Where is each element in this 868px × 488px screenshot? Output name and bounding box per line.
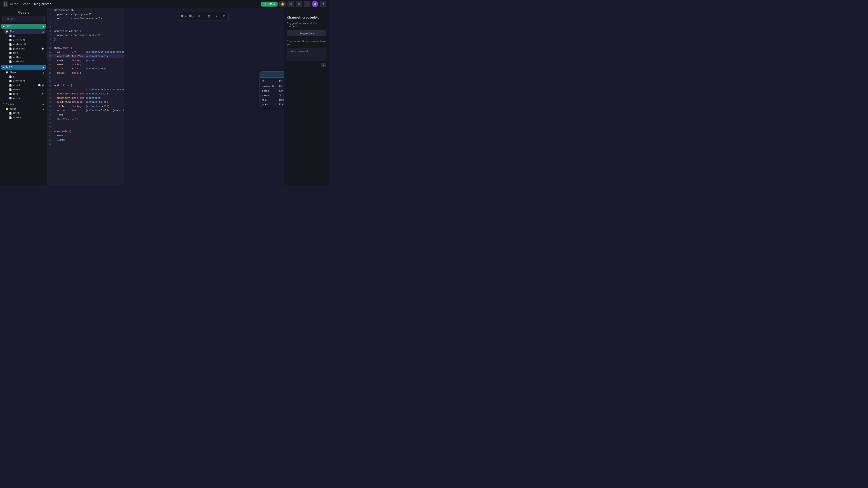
code-line-17: 17} [47, 75, 124, 79]
breadcrumb: Acme / Static / blog.prisma [10, 2, 51, 6]
code-line-3: 3 url = env("DATABASE_URL") [47, 17, 124, 21]
sidebar-item-updatedat[interactable]: 📄 updatedAt [4, 42, 46, 46]
code-line-14: 14 name String? [47, 63, 124, 67]
file-icon-u2: 📄 [9, 80, 12, 82]
code-line-4: 4} [47, 21, 124, 25]
code-editor[interactable]: 1datasource db { 2 provider = "postgresq… [47, 8, 124, 185]
group-label-notag: No tag [5, 102, 42, 105]
code-line-7: 7 provider = "prisma-client-js" [47, 33, 124, 37]
group-label-post: Post [6, 25, 42, 28]
app-icon[interactable] [3, 1, 8, 7]
comment-icon-published: 💬 [41, 47, 44, 50]
code-line-5: 5 [47, 25, 124, 29]
chevron-folder-post: ▲ [42, 30, 44, 33]
breadcrumb-acme[interactable]: Acme [10, 2, 18, 6]
code-line-25: 25 author User? @relation(fields: [autho… [47, 108, 124, 113]
folder-icon-role: 📁 [5, 107, 8, 110]
code-line-12: 12 createdAt DateTime @default(now()) [47, 54, 124, 59]
sidebar-group-header-notag[interactable]: • No tag ▲ [1, 101, 46, 106]
folder-header-user[interactable]: 📁 User ▲ [4, 70, 46, 74]
code-line-8: 8} [47, 37, 124, 42]
zoom-in-button[interactable]: 🔍+ [180, 13, 187, 20]
folder-header-post[interactable]: 📁 Post ▲ [4, 29, 46, 34]
back-icon: ‹ [287, 11, 288, 14]
chevron-down-icon[interactable]: ▼ [320, 1, 327, 7]
sidebar-item-user-name[interactable]: 📄 name [4, 88, 46, 92]
chevron-notag: ▲ [42, 103, 44, 105]
user-row-name[interactable]: name String? [260, 93, 284, 98]
share-button[interactable]: Share [261, 2, 278, 6]
link-icon-email: 🔗 [41, 84, 44, 87]
code-line-33: 33} [47, 142, 124, 146]
svg-point-6 [265, 4, 266, 5]
code-line-9: 9 [47, 41, 124, 46]
suggest-key-button[interactable]: Suggest Key [287, 31, 327, 36]
settings-icon[interactable]: ⚙ [296, 1, 302, 7]
user-row-email[interactable]: email String @unique 💬 🔗 [260, 89, 284, 93]
copy-button[interactable]: ⧉ [221, 13, 228, 20]
sidebar-item-user-id[interactable]: 📄 id [4, 74, 46, 79]
zoom-out-button[interactable]: 🔍- [188, 13, 195, 20]
svg-rect-1 [6, 2, 7, 4]
file-icon-r1: 📄 [9, 112, 12, 115]
folder-header-role[interactable]: 📁 Role ▲ [4, 107, 46, 111]
sidebar-item-user-posts[interactable]: 📄 posts [4, 96, 46, 100]
send-comment-button[interactable]: ➤ [321, 63, 327, 67]
code-line-10: 10model User { [47, 46, 124, 50]
chevron-folder-role: ▲ [42, 108, 44, 110]
code-line-2: 2 provider = "postgresql" [47, 12, 124, 17]
user-table[interactable]: User id Int @id @default(autoincrement()… [259, 71, 284, 107]
bell-icon[interactable]: 🔔 [279, 1, 286, 7]
file-icon-u1: 📄 [9, 75, 12, 78]
code-line-27: 27 authorId Int? [47, 117, 124, 121]
user-row-posts[interactable]: posts Post[] [260, 102, 284, 107]
svg-line-8 [265, 4, 265, 4]
file-icon-7: 📄 [9, 60, 12, 63]
code-line-26: 26 [id]) [47, 113, 124, 117]
sidebar-item-id[interactable]: 📄 id [4, 34, 46, 38]
chevron-folder-user: ▲ [42, 71, 44, 74]
sidebar-item-authorid[interactable]: 📄 authorId [4, 59, 46, 64]
layout-button[interactable]: ⊞ [206, 13, 212, 20]
sidebar-item-title[interactable]: 📄 title [4, 51, 46, 55]
file-icon: 📄 [9, 35, 12, 37]
sidebar-item-user-enum[interactable]: 📄 USER [4, 111, 46, 116]
back-button[interactable]: ‹ [287, 11, 327, 14]
sidebar-group-header-post[interactable]: ◆ Post ▲ [1, 24, 46, 29]
sidebar-item-createdat[interactable]: 📄 createdAt [4, 38, 46, 42]
user-row-id[interactable]: id Int @id @default(autoincrement()) [260, 78, 284, 84]
fit-button[interactable]: ⊕ [196, 13, 203, 20]
code-line-13: 13 email String @unique [47, 58, 124, 63]
grid-icon[interactable]: ⊞ [287, 1, 294, 7]
sidebar-item-published[interactable]: 📄 published 💬 [4, 46, 46, 51]
main-layout: Models ◆ Post ▲ 📁 Post ▲ 📄 id 📄 [0, 8, 329, 185]
add-button[interactable]: + [213, 13, 220, 20]
code-line-11: 11 id Int @id @default(autoincrement()) [47, 50, 124, 54]
breadcrumb-static[interactable]: Static [22, 2, 30, 6]
help-icon[interactable]: ? [304, 1, 310, 7]
svg-point-5 [264, 4, 265, 4]
sidebar-group-header-auth[interactable]: ◆ Auth ▲ [1, 65, 46, 70]
breadcrumb-file[interactable]: blog.prisma [34, 2, 51, 6]
avatar[interactable]: A [312, 1, 318, 7]
sidebar-item-user-role[interactable]: 📄 role 🔗 [4, 92, 46, 96]
comment-input[interactable] [287, 48, 327, 61]
code-line-15: 15 role Role @default(USER) [47, 67, 124, 71]
sidebar-item-user-email[interactable]: 📄 email 💬 🔗 [4, 83, 46, 88]
sidebar-item-author[interactable]: 📄 author [4, 55, 46, 59]
code-line-31: 31 USER [47, 133, 124, 138]
sidebar-item-user-createdat[interactable]: 📄 createdAt [4, 79, 46, 83]
topbar-left: Acme / Static / blog.prisma [3, 1, 51, 7]
sidebar-item-admin-enum[interactable]: 📄 ADMIN [4, 116, 46, 120]
code-line-19: 19model Post { [47, 84, 124, 88]
panel-suggestion: Suggestion: None at the moment [287, 22, 327, 28]
user-row-createdat[interactable]: createdAt DateTime @default(now()) [260, 84, 284, 89]
folder-name-post: Post [10, 30, 16, 33]
user-row-role[interactable]: role Role 🔗 [260, 98, 284, 102]
svg-point-4 [265, 3, 266, 3]
diamond-icon-auth: ◆ [3, 66, 4, 68]
sidebar: Models ◆ Post ▲ 📁 Post ▲ 📄 id 📄 [0, 8, 47, 185]
code-line-29: 29 [47, 125, 124, 129]
topbar-right: Share 🔔 ⊞ ⚙ ? A ▼ [261, 1, 327, 7]
search-input[interactable] [2, 16, 44, 22]
